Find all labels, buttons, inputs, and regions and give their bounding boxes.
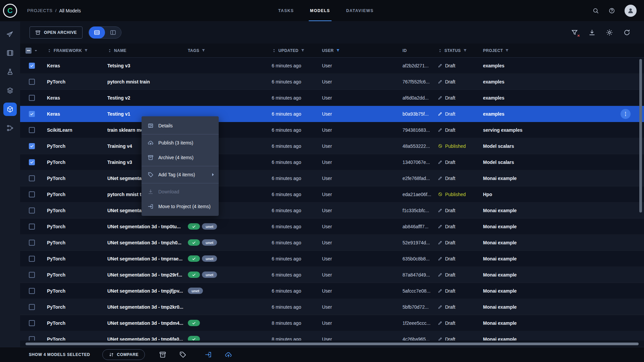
pencil-icon (438, 288, 443, 293)
column-header-framework[interactable]: FRAMEWORK (44, 48, 104, 53)
help-icon[interactable] (608, 7, 615, 14)
download-button[interactable] (588, 29, 596, 36)
filter-icon (463, 48, 467, 53)
breadcrumb-projects[interactable]: PROJECTS (27, 8, 53, 13)
publish-selected-button[interactable] (225, 351, 232, 358)
table-row[interactable]: PyTorchpytorch mnist train6 minutes agoU… (20, 74, 644, 90)
row-checkbox[interactable] (29, 256, 35, 262)
table-settings-button[interactable] (606, 29, 613, 36)
table-row[interactable]: PyTorchUNet segmentation 3d - tmpjfjpv..… (20, 283, 644, 299)
table-row[interactable]: KerasTesting v26 minutes agoUseraf6d0a2d… (20, 90, 644, 106)
horizontal-scrollbar[interactable] (25, 343, 639, 345)
select-all-checkbox[interactable] (25, 48, 32, 54)
table-row[interactable]: KerasTetsing v36 minutes agoUseraf2b2d27… (20, 58, 644, 74)
table-row[interactable]: PyTorchUNet segmentation 3d - tmpdm4...8… (20, 315, 644, 331)
tag-selected-button[interactable] (179, 351, 186, 358)
cell-project: Monai example (480, 304, 644, 310)
row-checkbox[interactable] (29, 79, 35, 85)
sidebar-item-models[interactable] (3, 103, 17, 116)
published-icon (438, 192, 443, 197)
open-archive-button[interactable]: OPEN ARCHIVE (30, 26, 83, 39)
table-row[interactable]: PyTorchUNet segmentation 3d - tmprrae...… (20, 251, 644, 267)
column-header-tags[interactable]: TAGS (184, 48, 268, 53)
cell-framework: PyTorch (44, 176, 104, 181)
cell-project: examples (480, 79, 644, 84)
table-row[interactable]: PyTorchUNet segmentation 3d - tmp2kr0...… (20, 299, 644, 315)
compare-button[interactable]: COMPARE (102, 349, 145, 360)
clear-filters-button[interactable]: ✕ (571, 29, 578, 36)
archive-icon (148, 155, 154, 161)
sidebar-item-datasets[interactable] (3, 84, 17, 97)
clear-filter-x: ✕ (577, 34, 580, 38)
row-checkbox[interactable] (29, 95, 35, 101)
row-checkbox[interactable] (29, 175, 35, 181)
cell-status: Draft (434, 337, 480, 341)
menu-item-details[interactable]: Details (142, 118, 219, 133)
table-row[interactable]: PyTorchUNet segmentation 3d - tmp6fa0...… (20, 331, 644, 341)
row-checkbox[interactable] (29, 240, 35, 246)
table-row[interactable]: KerasTesting v16 minutes agoUserb0a93b75… (20, 106, 644, 122)
menu-item-archive[interactable]: Archive (4 items) (142, 150, 219, 165)
row-checkbox[interactable] (29, 159, 35, 165)
vertical-scrollbar[interactable] (639, 59, 642, 213)
table-view-icon (94, 29, 100, 36)
row-checkbox-cell (20, 288, 44, 294)
row-checkbox[interactable] (29, 63, 35, 69)
column-header-updated[interactable]: UPDATED (268, 48, 319, 53)
sidebar-item-projects[interactable] (3, 46, 17, 60)
column-header-status[interactable]: STATUS (434, 48, 480, 53)
menu-item-move-to-project[interactable]: Move to Project (4 items) (142, 199, 219, 214)
toolbar-actions: ✕ (571, 29, 644, 36)
sidebar-item-experiments[interactable] (3, 65, 17, 78)
menu-item-publish[interactable]: Publish (3 items) (142, 135, 219, 150)
move-selected-button[interactable] (205, 351, 212, 358)
row-checkbox[interactable] (29, 111, 35, 117)
sidebar-item-launch[interactable] (3, 27, 17, 41)
settings-icon (606, 29, 613, 36)
column-header-name[interactable]: NAME (104, 48, 184, 53)
cell-name: Testing v2 (104, 95, 184, 101)
search-icon[interactable] (592, 7, 599, 14)
row-checkbox[interactable] (29, 320, 35, 326)
row-checkbox[interactable] (29, 272, 35, 278)
selection-dropdown-caret[interactable] (33, 48, 39, 53)
row-checkbox[interactable] (29, 143, 35, 149)
row-checkbox[interactable] (29, 127, 35, 133)
cell-name: UNet segmentation 3d - tmpdm4... (104, 320, 184, 326)
row-checkbox[interactable] (29, 336, 35, 341)
tag-check-chip (188, 320, 200, 326)
menu-item-add-tag[interactable]: Add Tag (4 items) (142, 167, 219, 182)
row-checkbox[interactable] (29, 191, 35, 197)
row-checkbox-cell (20, 111, 44, 117)
table-row[interactable]: PyTorchUNet segmentation 3d - tmpzh0...u… (20, 235, 644, 251)
refresh-button[interactable] (623, 29, 631, 36)
tab-tasks[interactable]: TASKS (277, 0, 295, 21)
breadcrumb-current[interactable]: All Models (59, 8, 81, 13)
row-actions-button[interactable] (621, 109, 631, 119)
table-row[interactable]: PyTorchUNet segmentation 3d - tmprb9d...… (20, 202, 644, 219)
table-row[interactable]: PyTorchUNet segmentation 3d - tmp29rf...… (20, 267, 644, 283)
table-row[interactable]: PyTorchTraining v46 minutes agoUser48a55… (20, 138, 644, 154)
column-header-user[interactable]: USER (319, 48, 399, 53)
selection-count-label[interactable]: SHOW 4 MODELS SELECTED (29, 352, 90, 357)
tab-models[interactable]: MODELS (309, 0, 331, 21)
avatar[interactable] (625, 5, 637, 17)
tab-dataviews[interactable]: DATAVIEWS (345, 0, 375, 21)
clearml-logo[interactable]: C (3, 4, 17, 18)
sidebar-item-pipelines[interactable] (3, 121, 17, 135)
card-view-button[interactable] (105, 26, 121, 39)
table-view-button[interactable] (89, 26, 105, 39)
table-row[interactable]: PyTorchUNet segmentation 3d - tmp0tu...u… (20, 219, 644, 235)
row-checkbox[interactable] (29, 288, 35, 294)
table-row[interactable]: PyTorchpytorch mnist tr...6 minutes agoU… (20, 186, 644, 202)
row-checkbox[interactable] (29, 304, 35, 310)
row-checkbox[interactable] (29, 224, 35, 230)
details-icon (148, 123, 154, 129)
table-row[interactable]: PyTorchTraining v36 minutes agoUser13407… (20, 154, 644, 170)
table-row[interactable]: PyTorchUNet segmentat...6 minutes agoUse… (20, 170, 644, 186)
table-row[interactable]: ScikitLearntrain sklearn mo...6 minutes … (20, 122, 644, 138)
column-header-project[interactable]: PROJECT (480, 48, 644, 53)
compare-label: COMPARE (117, 352, 139, 357)
row-checkbox[interactable] (29, 207, 35, 214)
archive-selected-button[interactable] (159, 351, 166, 358)
